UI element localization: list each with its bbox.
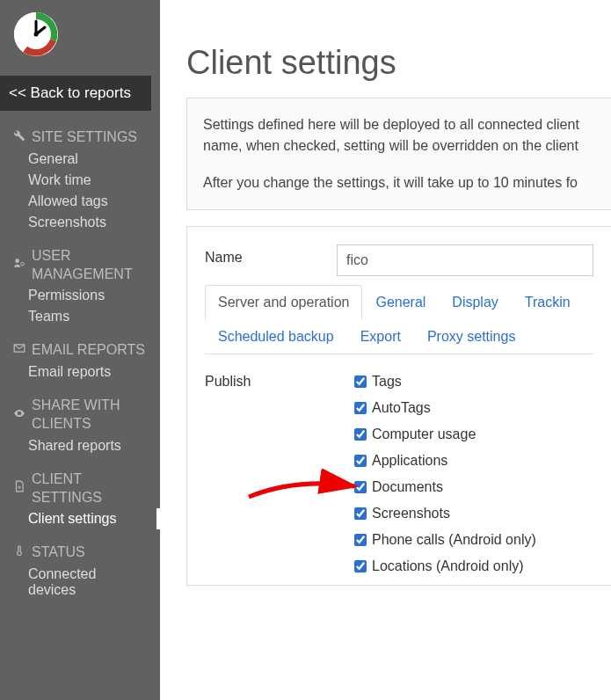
svg-point-5 xyxy=(15,259,19,264)
tabs: Server and operation General Display Tra… xyxy=(205,285,593,354)
tab-general[interactable]: General xyxy=(362,285,439,320)
check-locations[interactable]: Locations (Android only) xyxy=(354,558,593,574)
thermometer-icon xyxy=(12,543,26,562)
check-label: Locations (Android only) xyxy=(372,558,524,574)
check-label: Screenshots xyxy=(372,506,450,521)
nav-section-client-settings: CLIENT SETTINGS xyxy=(0,465,160,509)
check-phone-calls[interactable]: Phone calls (Android only) xyxy=(354,532,593,548)
svg-point-6 xyxy=(21,263,25,266)
checkbox-documents[interactable] xyxy=(354,481,367,493)
nav-section-label: STATUS xyxy=(32,543,85,562)
check-label: Computer usage xyxy=(372,427,476,442)
check-applications[interactable]: Applications xyxy=(354,453,593,469)
nav-section-site-settings: SITE SETTINGS xyxy=(0,123,160,149)
checkbox-tags[interactable] xyxy=(354,376,367,388)
info-text-2: name, when checked, setting will be over… xyxy=(203,135,595,157)
sidebar-item-email-reports[interactable]: Email reports xyxy=(0,361,160,383)
publish-label: Publish xyxy=(205,374,354,585)
file-cog-icon xyxy=(12,479,26,498)
name-row: Name xyxy=(205,244,593,276)
check-documents[interactable]: Documents xyxy=(354,479,593,495)
nav-section-share-with-clients: SHARE WITH CLIENTS xyxy=(0,391,160,435)
sidebar-item-shared-reports[interactable]: Shared reports xyxy=(0,435,160,456)
check-computer-usage[interactable]: Computer usage xyxy=(354,427,593,442)
info-box: Settings defined here will be deployed t… xyxy=(186,98,611,210)
tab-display[interactable]: Display xyxy=(439,285,511,320)
checkbox-screenshots[interactable] xyxy=(354,507,367,520)
form-panel: Name Server and operation General Displa… xyxy=(186,226,611,586)
tab-proxy-settings[interactable]: Proxy settings xyxy=(414,319,528,354)
check-tags[interactable]: Tags xyxy=(354,374,593,390)
nav-section-label: CLIENT SETTINGS xyxy=(32,470,148,507)
nav-section-label: EMAIL REPORTS xyxy=(32,341,145,360)
tab-server-and-operation[interactable]: Server and operation xyxy=(205,285,362,320)
nav-section-status: STATUS xyxy=(0,538,160,564)
nav-section-label: SHARE WITH CLIENTS xyxy=(32,397,148,434)
sidebar-item-permissions[interactable]: Permissions xyxy=(0,285,160,306)
checkbox-applications[interactable] xyxy=(354,455,367,467)
eye-icon xyxy=(12,406,26,425)
check-label: Tags xyxy=(372,374,402,390)
sidebar-item-work-time[interactable]: Work time xyxy=(0,170,160,191)
sidebar-item-client-settings[interactable]: Client settings xyxy=(0,508,160,529)
check-label: Applications xyxy=(372,453,447,469)
checkbox-phone-calls[interactable] xyxy=(354,534,367,546)
nav-section-email-reports: EMAIL REPORTS xyxy=(0,336,160,361)
page-title: Client settings xyxy=(186,44,611,82)
sidebar-item-screenshots[interactable]: Screenshots xyxy=(0,212,160,233)
sidebar-item-teams[interactable]: Teams xyxy=(0,306,160,327)
check-label: Documents xyxy=(372,479,443,495)
publish-row: Publish Tags AutoTags Computer usage App… xyxy=(205,374,593,585)
svg-point-7 xyxy=(18,486,20,488)
back-to-reports-button[interactable]: << Back to reports xyxy=(0,76,151,111)
check-autotags[interactable]: AutoTags xyxy=(354,400,593,416)
checkbox-locations[interactable] xyxy=(354,560,367,572)
main-content: Client settings Settings defined here wi… xyxy=(160,0,611,700)
name-label: Name xyxy=(205,244,337,266)
publish-options: Tags AutoTags Computer usage Application… xyxy=(354,374,593,585)
check-label: AutoTags xyxy=(372,400,431,416)
info-text-3: After you change the settings, it will t… xyxy=(203,172,595,193)
sidebar-item-allowed-tags[interactable]: Allowed tags xyxy=(0,191,160,212)
users-cog-icon xyxy=(12,256,26,274)
checkbox-autotags[interactable] xyxy=(354,402,367,414)
name-input[interactable] xyxy=(337,244,593,276)
wrench-icon xyxy=(12,128,26,147)
sidebar-item-connected-devices[interactable]: Connected devices xyxy=(0,564,160,601)
svg-point-4 xyxy=(34,33,39,37)
nav-section-label: SITE SETTINGS xyxy=(32,128,137,147)
checkbox-computer-usage[interactable] xyxy=(354,428,367,441)
tab-scheduled-backup[interactable]: Scheduled backup xyxy=(205,319,347,354)
sidebar-nav: SITE SETTINGS General Work time Allowed … xyxy=(0,111,160,601)
check-label: Phone calls (Android only) xyxy=(372,532,536,548)
clock-logo-icon xyxy=(12,11,60,58)
nav-section-user-management: USER MANAGEMENT xyxy=(0,242,160,286)
sidebar-item-general[interactable]: General xyxy=(0,149,160,170)
tab-export[interactable]: Export xyxy=(347,319,414,354)
check-screenshots[interactable]: Screenshots xyxy=(354,506,593,521)
envelope-icon xyxy=(12,341,26,360)
sidebar: << Back to reports SITE SETTINGS General… xyxy=(0,0,160,700)
info-text-1: Settings defined here will be deployed t… xyxy=(203,114,595,135)
tab-tracking[interactable]: Trackin xyxy=(512,285,584,320)
logo xyxy=(0,11,160,70)
nav-section-label: USER MANAGEMENT xyxy=(32,247,148,284)
